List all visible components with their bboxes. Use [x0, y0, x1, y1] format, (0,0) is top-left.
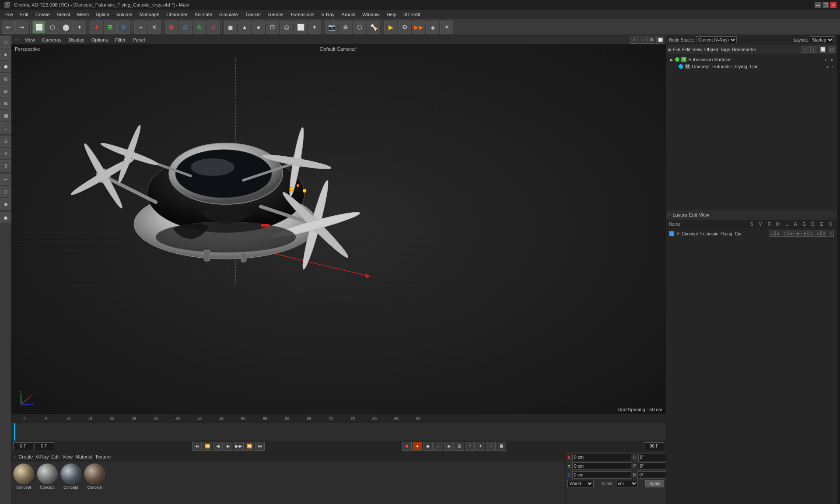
- vp-menu-options[interactable]: Options: [90, 37, 110, 42]
- vp-menu-toggle[interactable]: ≡: [13, 37, 19, 42]
- deselect-btn[interactable]: ⊗: [165, 21, 178, 34]
- material-btn[interactable]: ⬡: [353, 21, 366, 34]
- mat-menu-create[interactable]: Create: [18, 454, 33, 459]
- mat-menu-vray[interactable]: V-Ray: [35, 454, 49, 459]
- layer-btn-a[interactable]: ◆: [802, 231, 808, 237]
- menu-animate[interactable]: Animate: [191, 11, 216, 18]
- vp-btn-c[interactable]: ⊞: [648, 36, 655, 44]
- menu-mograph[interactable]: MoGraph: [136, 11, 163, 18]
- sm-tags[interactable]: Tags: [720, 47, 730, 52]
- menu-character[interactable]: Character: [163, 11, 191, 18]
- timeline-track[interactable]: [11, 423, 666, 441]
- restore-button[interactable]: ❐: [822, 2, 829, 8]
- scene-tree[interactable]: ▶ S Subdivision Surface ✓ ● M Concept_Fu…: [666, 54, 836, 210]
- menu-extensions[interactable]: Extensions: [287, 11, 318, 18]
- key-all-btn[interactable]: ◆: [423, 442, 433, 451]
- left-btn-10[interactable]: S: [0, 160, 11, 172]
- redo-btn[interactable]: ↪: [15, 21, 28, 34]
- ipr-btn[interactable]: ☀: [440, 21, 453, 34]
- bones-btn[interactable]: 🦴: [367, 21, 380, 34]
- left-btn-0[interactable]: ⬡: [0, 36, 11, 48]
- mat-menu-edit[interactable]: Edit: [51, 454, 60, 459]
- model-mode-btn[interactable]: ⬜: [32, 21, 46, 34]
- tree-item-car[interactable]: M Concept_Futuristic_Flying_Car ● ▪: [668, 63, 835, 70]
- torus-btn[interactable]: ◎: [280, 21, 293, 34]
- vp-btn-d[interactable]: ⬜: [656, 36, 664, 44]
- scale-btn[interactable]: ⊞: [104, 21, 117, 34]
- cone-btn[interactable]: ▲: [238, 21, 251, 34]
- menu-arnold[interactable]: Arnold: [338, 11, 359, 18]
- sm-edit[interactable]: Edit: [682, 47, 690, 52]
- left-btn-2[interactable]: ⬢: [0, 61, 11, 72]
- cube-btn[interactable]: ◼: [224, 21, 237, 34]
- layer-btn-e[interactable]: ⊠: [821, 231, 827, 237]
- layers-menu-view[interactable]: View: [699, 212, 709, 217]
- light-btn[interactable]: ✦: [308, 21, 321, 34]
- mat-menu-view[interactable]: View: [62, 454, 73, 459]
- key-point-btn[interactable]: ✦: [476, 442, 485, 451]
- key-param-btn[interactable]: ≡: [465, 442, 475, 451]
- plane-btn[interactable]: ⬜: [294, 21, 307, 34]
- left-btn-4[interactable]: ⊟: [0, 85, 11, 97]
- vp-btn-a[interactable]: ⤢: [630, 36, 638, 44]
- sm-view[interactable]: View: [692, 47, 703, 52]
- sphere-btn[interactable]: ●: [252, 21, 265, 34]
- vp-btn-b[interactable]: ↓: [639, 36, 647, 44]
- vp-menu-panel[interactable]: Panel: [131, 37, 147, 42]
- close-button[interactable]: ✕: [830, 2, 836, 8]
- key-pos-btn[interactable]: ⬦: [434, 442, 443, 451]
- render-btn[interactable]: ▶▶: [412, 21, 425, 34]
- menu-file[interactable]: File: [2, 11, 17, 18]
- target-btn[interactable]: ⊕: [339, 21, 352, 34]
- camera-btn[interactable]: 📷: [325, 21, 338, 34]
- tree-item-subdiv[interactable]: ▶ S Subdivision Surface ✓ ●: [668, 56, 835, 63]
- left-btn-3[interactable]: ⊞: [0, 73, 11, 84]
- scale-dropdown[interactable]: cm m: [616, 480, 638, 487]
- sm-btn-d[interactable]: ⬡: [828, 46, 835, 53]
- rotate-btn[interactable]: ↻: [117, 21, 130, 34]
- left-btn-9[interactable]: S: [0, 148, 11, 159]
- polygon-mode-btn[interactable]: ⬡: [46, 21, 59, 34]
- layer-btn-v[interactable]: ■: [775, 231, 781, 237]
- fcurve-btn[interactable]: ⌇: [486, 442, 496, 451]
- current-frame-input[interactable]: 0 F: [34, 442, 54, 450]
- menu-3dtoall[interactable]: 3DToAll: [400, 11, 424, 18]
- cylinder-btn[interactable]: ⊡: [266, 21, 279, 34]
- key-scale-btn[interactable]: ⊞: [455, 442, 464, 451]
- move-btn[interactable]: ✛: [90, 21, 103, 34]
- layer-btn-r[interactable]: ⬡: [782, 231, 788, 237]
- layer-btn-l[interactable]: ▶: [795, 231, 801, 237]
- menu-render[interactable]: Render: [265, 11, 287, 18]
- vp-menu-filter[interactable]: Filter: [113, 37, 127, 42]
- auto-key-btn[interactable]: ●: [413, 442, 422, 451]
- material-0[interactable]: Concept: [13, 463, 34, 490]
- menu-select[interactable]: Select: [53, 11, 74, 18]
- layers-toggle[interactable]: ≡: [668, 212, 671, 217]
- left-btn-8[interactable]: S: [0, 136, 11, 147]
- mat-menu-toggle[interactable]: ≡: [13, 454, 16, 459]
- next-frame-btn[interactable]: ▶▶: [234, 442, 244, 451]
- left-btn-5[interactable]: ⊠: [0, 98, 11, 109]
- step-back-btn[interactable]: ⏪: [203, 442, 212, 451]
- menu-tracker[interactable]: Tracker: [242, 11, 265, 18]
- menu-mesh[interactable]: Mesh: [74, 11, 92, 18]
- goto-end-btn[interactable]: ⏭: [255, 442, 265, 451]
- left-btn-13[interactable]: ◉: [0, 198, 11, 210]
- left-btn-6[interactable]: ▦: [0, 110, 11, 121]
- right-scrollbar[interactable]: [836, 35, 840, 504]
- prev-frame-btn[interactable]: ◀: [213, 442, 223, 451]
- material-2[interactable]: Concept: [60, 463, 81, 490]
- timeline-btn[interactable]: ≣: [497, 442, 506, 451]
- undo-btn[interactable]: ↩: [2, 21, 15, 34]
- viewport[interactable]: Perspective Default Camera:* X Y Z Grid …: [11, 45, 666, 414]
- edge-mode-btn[interactable]: ⬤: [60, 21, 73, 34]
- render-settings-btn[interactable]: ⚙: [398, 21, 411, 34]
- world-dropdown[interactable]: World Local Object: [567, 480, 594, 487]
- left-btn-14[interactable]: ◼: [0, 212, 11, 223]
- node-space-select[interactable]: Current (V-Ray): [696, 36, 737, 43]
- menu-volume[interactable]: Volume: [113, 11, 136, 18]
- play-btn[interactable]: ▶: [224, 442, 233, 451]
- sm-btn-b[interactable]: ↓: [810, 46, 817, 53]
- key-rot-btn[interactable]: ◈: [444, 442, 454, 451]
- sm-btn-c[interactable]: ⬜: [819, 46, 826, 53]
